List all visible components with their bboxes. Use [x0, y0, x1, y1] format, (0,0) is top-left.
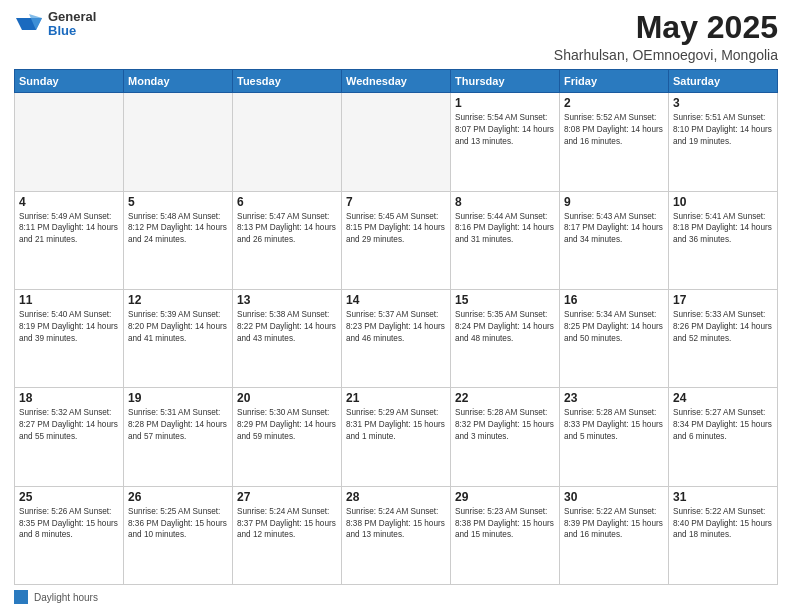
calendar-cell: 9Sunrise: 5:43 AM Sunset: 8:17 PM Daylig… — [560, 191, 669, 289]
day-info: Sunrise: 5:24 AM Sunset: 8:38 PM Dayligh… — [346, 506, 446, 542]
calendar-cell: 13Sunrise: 5:38 AM Sunset: 8:22 PM Dayli… — [233, 289, 342, 387]
calendar-header-friday: Friday — [560, 70, 669, 93]
day-number: 23 — [564, 391, 664, 405]
logo-blue: Blue — [48, 24, 96, 38]
logo: General Blue — [14, 10, 96, 39]
day-number: 12 — [128, 293, 228, 307]
calendar-cell — [233, 93, 342, 191]
calendar-cell: 2Sunrise: 5:52 AM Sunset: 8:08 PM Daylig… — [560, 93, 669, 191]
calendar-header-sunday: Sunday — [15, 70, 124, 93]
calendar-cell: 23Sunrise: 5:28 AM Sunset: 8:33 PM Dayli… — [560, 388, 669, 486]
day-number: 19 — [128, 391, 228, 405]
day-number: 2 — [564, 96, 664, 110]
calendar-cell — [15, 93, 124, 191]
day-number: 8 — [455, 195, 555, 209]
page: General Blue May 2025 Sharhulsan, OEmnoe… — [0, 0, 792, 612]
day-info: Sunrise: 5:29 AM Sunset: 8:31 PM Dayligh… — [346, 407, 446, 443]
calendar-cell: 19Sunrise: 5:31 AM Sunset: 8:28 PM Dayli… — [124, 388, 233, 486]
calendar-week-1: 4Sunrise: 5:49 AM Sunset: 8:11 PM Daylig… — [15, 191, 778, 289]
calendar-cell: 6Sunrise: 5:47 AM Sunset: 8:13 PM Daylig… — [233, 191, 342, 289]
calendar-cell: 29Sunrise: 5:23 AM Sunset: 8:38 PM Dayli… — [451, 486, 560, 584]
calendar-week-2: 11Sunrise: 5:40 AM Sunset: 8:19 PM Dayli… — [15, 289, 778, 387]
day-number: 22 — [455, 391, 555, 405]
calendar-cell: 20Sunrise: 5:30 AM Sunset: 8:29 PM Dayli… — [233, 388, 342, 486]
day-number: 31 — [673, 490, 773, 504]
calendar-header-monday: Monday — [124, 70, 233, 93]
day-info: Sunrise: 5:40 AM Sunset: 8:19 PM Dayligh… — [19, 309, 119, 345]
day-info: Sunrise: 5:38 AM Sunset: 8:22 PM Dayligh… — [237, 309, 337, 345]
day-number: 5 — [128, 195, 228, 209]
day-info: Sunrise: 5:41 AM Sunset: 8:18 PM Dayligh… — [673, 211, 773, 247]
day-number: 20 — [237, 391, 337, 405]
day-number: 26 — [128, 490, 228, 504]
day-number: 1 — [455, 96, 555, 110]
day-number: 16 — [564, 293, 664, 307]
day-info: Sunrise: 5:43 AM Sunset: 8:17 PM Dayligh… — [564, 211, 664, 247]
calendar-cell: 12Sunrise: 5:39 AM Sunset: 8:20 PM Dayli… — [124, 289, 233, 387]
day-info: Sunrise: 5:30 AM Sunset: 8:29 PM Dayligh… — [237, 407, 337, 443]
calendar-cell: 8Sunrise: 5:44 AM Sunset: 8:16 PM Daylig… — [451, 191, 560, 289]
day-info: Sunrise: 5:31 AM Sunset: 8:28 PM Dayligh… — [128, 407, 228, 443]
day-number: 9 — [564, 195, 664, 209]
calendar-header-tuesday: Tuesday — [233, 70, 342, 93]
day-info: Sunrise: 5:47 AM Sunset: 8:13 PM Dayligh… — [237, 211, 337, 247]
day-info: Sunrise: 5:23 AM Sunset: 8:38 PM Dayligh… — [455, 506, 555, 542]
day-info: Sunrise: 5:37 AM Sunset: 8:23 PM Dayligh… — [346, 309, 446, 345]
subtitle: Sharhulsan, OEmnoegovi, Mongolia — [554, 47, 778, 63]
day-info: Sunrise: 5:44 AM Sunset: 8:16 PM Dayligh… — [455, 211, 555, 247]
day-number: 4 — [19, 195, 119, 209]
calendar-cell: 5Sunrise: 5:48 AM Sunset: 8:12 PM Daylig… — [124, 191, 233, 289]
calendar-week-4: 25Sunrise: 5:26 AM Sunset: 8:35 PM Dayli… — [15, 486, 778, 584]
calendar-cell: 10Sunrise: 5:41 AM Sunset: 8:18 PM Dayli… — [669, 191, 778, 289]
day-info: Sunrise: 5:49 AM Sunset: 8:11 PM Dayligh… — [19, 211, 119, 247]
calendar-header-saturday: Saturday — [669, 70, 778, 93]
day-number: 28 — [346, 490, 446, 504]
calendar-cell: 25Sunrise: 5:26 AM Sunset: 8:35 PM Dayli… — [15, 486, 124, 584]
day-info: Sunrise: 5:25 AM Sunset: 8:36 PM Dayligh… — [128, 506, 228, 542]
day-info: Sunrise: 5:39 AM Sunset: 8:20 PM Dayligh… — [128, 309, 228, 345]
calendar-cell: 11Sunrise: 5:40 AM Sunset: 8:19 PM Dayli… — [15, 289, 124, 387]
day-number: 24 — [673, 391, 773, 405]
calendar-cell: 17Sunrise: 5:33 AM Sunset: 8:26 PM Dayli… — [669, 289, 778, 387]
day-number: 13 — [237, 293, 337, 307]
calendar-cell: 7Sunrise: 5:45 AM Sunset: 8:15 PM Daylig… — [342, 191, 451, 289]
calendar-cell: 26Sunrise: 5:25 AM Sunset: 8:36 PM Dayli… — [124, 486, 233, 584]
day-number: 3 — [673, 96, 773, 110]
day-info: Sunrise: 5:35 AM Sunset: 8:24 PM Dayligh… — [455, 309, 555, 345]
calendar-cell: 18Sunrise: 5:32 AM Sunset: 8:27 PM Dayli… — [15, 388, 124, 486]
calendar-cell: 14Sunrise: 5:37 AM Sunset: 8:23 PM Dayli… — [342, 289, 451, 387]
calendar-cell: 24Sunrise: 5:27 AM Sunset: 8:34 PM Dayli… — [669, 388, 778, 486]
calendar-cell: 16Sunrise: 5:34 AM Sunset: 8:25 PM Dayli… — [560, 289, 669, 387]
calendar-week-0: 1Sunrise: 5:54 AM Sunset: 8:07 PM Daylig… — [15, 93, 778, 191]
day-number: 14 — [346, 293, 446, 307]
day-number: 17 — [673, 293, 773, 307]
footer: Daylight hours — [14, 590, 778, 604]
legend-label: Daylight hours — [34, 592, 98, 603]
day-number: 15 — [455, 293, 555, 307]
calendar-cell: 22Sunrise: 5:28 AM Sunset: 8:32 PM Dayli… — [451, 388, 560, 486]
day-info: Sunrise: 5:28 AM Sunset: 8:32 PM Dayligh… — [455, 407, 555, 443]
calendar-cell: 21Sunrise: 5:29 AM Sunset: 8:31 PM Dayli… — [342, 388, 451, 486]
calendar-cell — [342, 93, 451, 191]
day-info: Sunrise: 5:51 AM Sunset: 8:10 PM Dayligh… — [673, 112, 773, 148]
day-number: 18 — [19, 391, 119, 405]
logo-text: General Blue — [48, 10, 96, 39]
day-info: Sunrise: 5:24 AM Sunset: 8:37 PM Dayligh… — [237, 506, 337, 542]
calendar-header-thursday: Thursday — [451, 70, 560, 93]
logo-icon — [14, 10, 44, 38]
calendar-cell: 28Sunrise: 5:24 AM Sunset: 8:38 PM Dayli… — [342, 486, 451, 584]
day-info: Sunrise: 5:26 AM Sunset: 8:35 PM Dayligh… — [19, 506, 119, 542]
day-number: 11 — [19, 293, 119, 307]
day-info: Sunrise: 5:22 AM Sunset: 8:39 PM Dayligh… — [564, 506, 664, 542]
day-number: 29 — [455, 490, 555, 504]
day-info: Sunrise: 5:48 AM Sunset: 8:12 PM Dayligh… — [128, 211, 228, 247]
day-info: Sunrise: 5:52 AM Sunset: 8:08 PM Dayligh… — [564, 112, 664, 148]
logo-general: General — [48, 10, 96, 24]
day-info: Sunrise: 5:34 AM Sunset: 8:25 PM Dayligh… — [564, 309, 664, 345]
calendar-cell: 27Sunrise: 5:24 AM Sunset: 8:37 PM Dayli… — [233, 486, 342, 584]
day-number: 7 — [346, 195, 446, 209]
day-info: Sunrise: 5:22 AM Sunset: 8:40 PM Dayligh… — [673, 506, 773, 542]
calendar-week-3: 18Sunrise: 5:32 AM Sunset: 8:27 PM Dayli… — [15, 388, 778, 486]
top-section: General Blue May 2025 Sharhulsan, OEmnoe… — [14, 10, 778, 63]
day-number: 10 — [673, 195, 773, 209]
